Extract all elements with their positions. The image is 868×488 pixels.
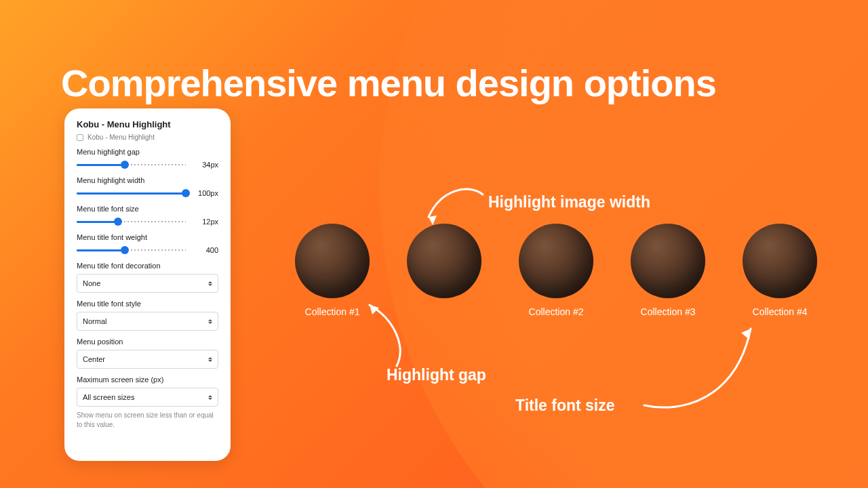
caret-icon [208, 319, 212, 324]
slider-gap-fill [77, 164, 125, 166]
slider-fsize-fill [77, 221, 118, 223]
panel-breadcrumb-label: Kobu - Menu Highlight [87, 134, 155, 141]
annotation-width: Highlight image width [488, 193, 650, 211]
panel-breadcrumb: Kobu - Menu Highlight [77, 134, 218, 141]
label-style: Menu title font style [77, 300, 218, 308]
select-screen-value: All screen sizes [83, 393, 134, 401]
label-width: Menu highlight width [77, 176, 218, 184]
caret-icon [208, 281, 212, 286]
select-screen[interactable]: All screen sizes [77, 388, 218, 407]
slider-gap[interactable] [77, 160, 186, 169]
select-style[interactable]: Normal [77, 312, 218, 331]
caret-icon [208, 395, 212, 400]
label-fontsize: Menu title font size [77, 205, 218, 213]
arrow-gap [359, 298, 420, 373]
select-decoration[interactable]: None [77, 274, 218, 293]
slider-weight-fill [77, 249, 125, 251]
field-position: Menu position Center [77, 338, 218, 369]
helper-screen: Show menu on screen size less than or eq… [77, 411, 218, 429]
slider-width-thumb [182, 189, 190, 197]
field-screen: Maximum screen size (px) All screen size… [77, 375, 218, 429]
slider-weight-value: 400 [193, 246, 218, 254]
preview-label: Collection #1 [295, 306, 370, 317]
label-screen: Maximum screen size (px) [77, 375, 218, 384]
preview-circle [407, 224, 481, 298]
arrow-fontsize [641, 319, 763, 413]
select-position[interactable]: Center [77, 350, 218, 369]
slider-weight-thumb [121, 246, 129, 254]
annotation-fontsize: Title font size [515, 396, 615, 415]
label-weight: Menu title font weight [77, 233, 218, 241]
select-decoration-value: None [83, 279, 100, 287]
label-gap: Menu highlight gap [77, 148, 218, 156]
field-fontsize: Menu title font size 12px [77, 205, 218, 226]
preview-circle [519, 224, 593, 298]
preview-circle [631, 224, 705, 298]
preview-circle [743, 224, 817, 298]
field-width: Menu highlight width 100px [77, 176, 218, 198]
slider-fontsize-value: 12px [193, 218, 218, 226]
slider-gap-thumb [121, 161, 129, 169]
slider-width-value: 100px [193, 189, 218, 197]
field-decoration: Menu title font decoration None [77, 262, 218, 293]
label-position: Menu position [77, 338, 218, 346]
slider-fsize-thumb [114, 218, 122, 226]
preview-label: Collection #2 [519, 306, 593, 317]
label-decoration: Menu title font decoration [77, 262, 218, 270]
field-gap: Menu highlight gap 34px [77, 148, 218, 169]
slider-fontsize[interactable] [77, 217, 186, 226]
page-headline: Comprehensive menu design options [61, 61, 716, 105]
slider-width-fill [77, 192, 186, 195]
slider-weight[interactable] [77, 245, 186, 255]
field-style: Menu title font style Normal [77, 300, 218, 331]
arrow-width [420, 180, 495, 234]
preview-label: Collection #4 [743, 306, 817, 317]
select-position-value: Center [83, 355, 105, 363]
field-weight: Menu title font weight 400 [77, 233, 218, 255]
settings-panel: Kobu - Menu Highlight Kobu - Menu Highli… [64, 108, 231, 461]
preview-circles [295, 224, 817, 298]
panel-title: Kobu - Menu Highlight [77, 119, 218, 129]
slider-gap-value: 34px [193, 161, 218, 169]
preview-label: Collection #3 [631, 306, 705, 317]
block-icon [77, 134, 83, 141]
preview-circle [295, 224, 370, 298]
caret-icon [208, 357, 212, 362]
select-style-value: Normal [83, 317, 106, 325]
slider-width[interactable] [77, 188, 186, 198]
